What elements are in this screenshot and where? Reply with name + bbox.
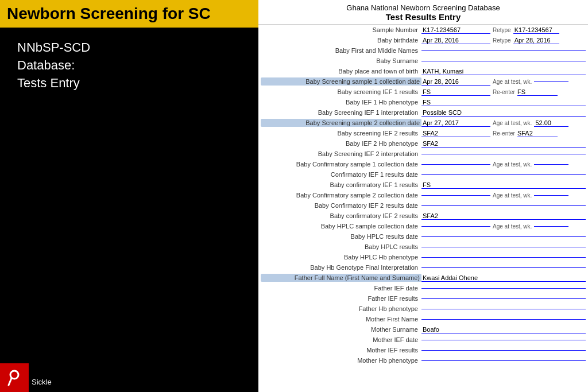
confirm2-date-label: Baby Confirmatory sample 2 collection da… bbox=[261, 192, 421, 199]
screening1-reenter-value[interactable]: FS bbox=[517, 88, 558, 96]
confirm2-age-label: Age at test, wk. bbox=[493, 192, 532, 199]
mother-ief-date-value[interactable] bbox=[421, 340, 586, 340]
db-section: Tests Entry bbox=[17, 76, 80, 90]
mother-ief-results-label: Mother IEF results bbox=[261, 347, 421, 354]
db-system-title: Ghana National Newborn Screening Databas… bbox=[264, 3, 582, 12]
hplc-results-date-row: Baby HPLC results date bbox=[258, 231, 588, 242]
baby-ief2-hb-label: Baby IEF 2 Hb phenotype bbox=[261, 140, 421, 147]
screening1-date-row: Baby Screening sample 1 collection date … bbox=[258, 76, 588, 87]
screening2-ief-value[interactable]: SFA2 bbox=[421, 130, 490, 137]
screening2-ief-group: SFA2 Re-enter SFA2 bbox=[421, 130, 558, 137]
confirm2-ief-date-value[interactable] bbox=[421, 205, 586, 206]
hplc-date-group: Age at test, wk. bbox=[421, 223, 568, 230]
screening1-reenter-label: Re-enter bbox=[493, 89, 515, 95]
screening2-ief-row: Baby screening IEF 2 results SFA2 Re-ent… bbox=[258, 128, 588, 138]
birthdate-group: Apr 28, 2016 Retype Apr 28, 2016 bbox=[421, 37, 559, 44]
father-ief-date-label: Father IEF date bbox=[261, 285, 421, 292]
screening2-age-value[interactable]: 52.00 bbox=[534, 119, 568, 127]
screening-ief2-interp-value[interactable] bbox=[421, 154, 586, 154]
hplc-date-label: Baby HPLC sample collection date bbox=[261, 223, 421, 230]
mother-surname-row: Mother Surname Boafo bbox=[258, 324, 588, 335]
baby-place-birth-row: Baby place and town of birth KATH, Kumas… bbox=[258, 66, 588, 76]
confirm1-date-value[interactable] bbox=[421, 164, 490, 165]
confirm1-date-row: Baby Confirmatory sample 1 collection da… bbox=[258, 159, 588, 169]
baby-ief2-hb-value[interactable]: SFA2 bbox=[421, 140, 586, 148]
sample-number-row: Sample Number K17-1234567 Retype K17-123… bbox=[258, 25, 588, 35]
hplc-age-value[interactable] bbox=[534, 226, 568, 227]
sample-number-label: Sample Number bbox=[261, 26, 421, 33]
hb-genotype-label: Baby Hb Genotype Final Interpretation bbox=[261, 264, 421, 271]
mother-surname-value[interactable]: Boafo bbox=[421, 326, 586, 333]
confirm2-date-value[interactable] bbox=[421, 195, 490, 196]
baby-first-middle-label: Baby First and Middle Names bbox=[261, 47, 421, 54]
hplc-date-value[interactable] bbox=[421, 226, 490, 227]
db-subtitle: Database: bbox=[17, 58, 75, 72]
screening1-ief-row: Baby screening IEF 1 results FS Re-enter… bbox=[258, 87, 588, 97]
father-ief-results-value[interactable] bbox=[421, 298, 586, 299]
mother-ief-date-row: Mother IEF date bbox=[258, 335, 588, 345]
screening2-date-label: Baby Screening sample 2 collection date bbox=[261, 119, 421, 127]
baby-first-middle-row: Baby First and Middle Names bbox=[258, 45, 588, 56]
mother-surname-label: Mother Surname bbox=[261, 326, 421, 333]
confirm1-ief-value[interactable]: FS bbox=[421, 181, 586, 189]
hplc-results-date-label: Baby HPLC results date bbox=[261, 233, 421, 240]
screening1-age-value[interactable] bbox=[534, 81, 568, 82]
db-header: Ghana National Newborn Screening Databas… bbox=[258, 0, 588, 25]
baby-ief1-hb-value[interactable]: FS bbox=[421, 99, 586, 106]
confirm1-age-value[interactable] bbox=[534, 164, 568, 165]
hplc-results-value[interactable] bbox=[421, 247, 586, 247]
confirm1-ief-date-value[interactable] bbox=[421, 174, 586, 175]
confirm2-ief-value[interactable]: SFA2 bbox=[421, 212, 586, 220]
screening1-ief-value[interactable]: FS bbox=[421, 88, 490, 96]
confirm2-age-value[interactable] bbox=[534, 195, 568, 196]
sample-number-value[interactable]: K17-1234567 bbox=[421, 26, 490, 34]
hplc-results-label: Baby HPLC results bbox=[261, 243, 421, 250]
mother-hb-label: Mother Hb phenotype bbox=[261, 357, 421, 364]
father-hb-label: Father Hb phenotype bbox=[261, 305, 421, 312]
confirm2-ief-label: Baby confirmatory IEF 2 results bbox=[261, 212, 421, 219]
confirm1-date-label: Baby Confirmatory sample 1 collection da… bbox=[261, 161, 421, 168]
birthdate-value[interactable]: Apr 28, 2016 bbox=[421, 37, 490, 44]
mother-hb-row: Mother Hb phenotype bbox=[258, 355, 588, 366]
hplc-hb-value[interactable] bbox=[421, 257, 586, 258]
screening2-date-group: Apr 27, 2017 Age at test, wk. 52.00 bbox=[421, 119, 568, 127]
sample-retype-value[interactable]: K17-1234567 bbox=[513, 26, 559, 34]
confirm1-ief-date-label: Confirmatory IEF 1 results date bbox=[261, 171, 421, 178]
father-ief-date-value[interactable] bbox=[421, 288, 586, 289]
screening2-reenter-value[interactable]: SFA2 bbox=[517, 130, 558, 137]
confirm2-ief-date-row: Baby Confirmatory IEF 2 results date bbox=[258, 200, 588, 211]
screening-ief2-interp-row: Baby Screening IEF 2 interpretation bbox=[258, 149, 588, 159]
father-ief-results-label: Father IEF results bbox=[261, 295, 421, 302]
baby-ief2-hb-row: Baby IEF 2 Hb phenotype SFA2 bbox=[258, 138, 588, 149]
father-name-value[interactable]: Kwasi Addai Ohene bbox=[421, 274, 586, 282]
screening2-reenter-label: Re-enter bbox=[493, 130, 515, 137]
mother-ief-results-value[interactable] bbox=[421, 350, 586, 351]
screening-ief1-interp-value[interactable]: Possible SCD bbox=[421, 109, 586, 117]
mother-first-name-label: Mother First Name bbox=[261, 316, 421, 323]
baby-place-birth-value[interactable]: KATH, Kumasi bbox=[421, 68, 586, 75]
screening-ief2-interp-label: Baby Screening IEF 2 interpretation bbox=[261, 150, 421, 157]
baby-first-middle-value[interactable] bbox=[421, 51, 586, 51]
birthdate-row: Baby birthdate Apr 28, 2016 Retype Apr 2… bbox=[258, 35, 588, 45]
sickle-label: Sickle bbox=[32, 378, 52, 386]
screening1-date-value[interactable]: Apr 28, 2016 bbox=[421, 78, 490, 86]
screening2-ief-label: Baby screening IEF 2 results bbox=[261, 130, 421, 137]
screening2-date-value[interactable]: Apr 27, 2017 bbox=[421, 119, 490, 127]
hplc-results-date-value[interactable] bbox=[421, 236, 586, 237]
baby-surname-value[interactable] bbox=[421, 61, 586, 61]
father-hb-value[interactable] bbox=[421, 309, 586, 309]
screening1-date-label: Baby Screening sample 1 collection date bbox=[261, 77, 421, 86]
hplc-age-label: Age at test, wk. bbox=[493, 223, 532, 230]
mother-first-name-value[interactable] bbox=[421, 319, 586, 320]
screening1-ief-group: FS Re-enter FS bbox=[421, 88, 558, 96]
screening1-ief-label: Baby screening IEF 1 results bbox=[261, 88, 421, 95]
confirm1-ief-label: Baby confirmatory IEF 1 results bbox=[261, 181, 421, 188]
svg-line-1 bbox=[9, 378, 11, 385]
hb-genotype-value[interactable] bbox=[421, 267, 586, 268]
birthdate-retype-value[interactable]: Apr 28, 2016 bbox=[513, 37, 559, 44]
mother-hb-value[interactable] bbox=[421, 360, 586, 361]
baby-surname-label: Baby Surname bbox=[261, 57, 421, 64]
sample-retype-label: Retype bbox=[493, 27, 511, 33]
hplc-date-row: Baby HPLC sample collection date Age at … bbox=[258, 221, 588, 231]
sample-number-group: K17-1234567 Retype K17-1234567 bbox=[421, 26, 559, 34]
